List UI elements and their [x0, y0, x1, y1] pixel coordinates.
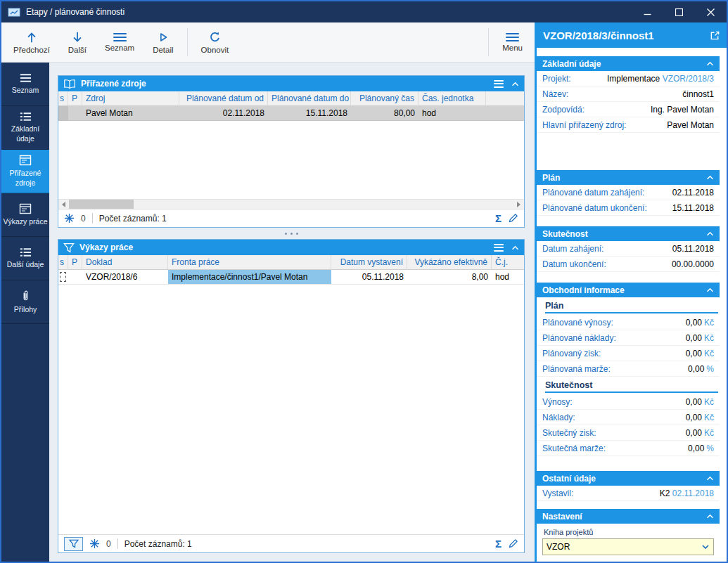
cell-p[interactable]: [68, 270, 82, 285]
detail-panel-title: VZOR/2018/3/činnost1: [543, 30, 710, 41]
column-header-cj[interactable]: Č.j.: [492, 255, 524, 270]
next-button[interactable]: Další: [59, 22, 96, 62]
panel-menu-icon[interactable]: [494, 80, 504, 88]
open-external-icon[interactable]: [710, 30, 720, 41]
collapse-chevron-icon[interactable]: [706, 287, 714, 292]
footer-divider: [117, 538, 118, 549]
detail-panel-content: Základní údaje Projekt: Implementace VZO…: [537, 48, 727, 562]
scroll-right-arrow[interactable]: [513, 200, 524, 209]
reports-table-row[interactable]: VZOR/2018/6 Implementace/činnost1/Pavel …: [58, 270, 524, 285]
detail-button[interactable]: Detail: [143, 22, 182, 62]
scroll-left-arrow[interactable]: [58, 200, 69, 209]
collapse-chevron-icon[interactable]: [706, 476, 714, 481]
refresh-button[interactable]: Obnovit: [192, 22, 238, 62]
play-outline-icon: [157, 31, 170, 44]
collapse-chevron-icon[interactable]: [706, 61, 714, 66]
section-header[interactable]: Nastavení: [537, 509, 720, 524]
section-header[interactable]: Ostatní údaje: [537, 471, 720, 486]
snowflake-icon[interactable]: [64, 213, 75, 224]
collapse-chevron-icon[interactable]: [706, 514, 714, 519]
sidebar-item-zakladni-udaje[interactable]: Základní údaje: [1, 106, 49, 150]
minimize-button[interactable]: [632, 1, 663, 22]
cell-vykazano-efektivne[interactable]: 8,00: [407, 270, 492, 285]
cell-cj[interactable]: hod: [492, 270, 524, 285]
cell-fronta-prace[interactable]: Implementace/činnost1/Pavel Motan: [168, 270, 331, 285]
subsection-skutecnost-title: Skutečnost: [545, 379, 718, 393]
list-button[interactable]: Seznam: [96, 22, 143, 62]
paperclip-icon: [21, 290, 30, 302]
collapse-chevron-icon[interactable]: [511, 82, 519, 86]
column-header-doklad[interactable]: Doklad: [82, 255, 168, 270]
left-column: Předchozí Další Seznam Detail Obnov: [1, 22, 535, 562]
column-header-vykazano-efektivne[interactable]: Vykázáno efektivně: [407, 255, 492, 270]
column-header-p[interactable]: P: [68, 91, 82, 106]
collapse-chevron-icon[interactable]: [706, 175, 714, 180]
maximize-button[interactable]: [663, 1, 695, 22]
list-icon: [20, 73, 32, 83]
panel-splitter-handle[interactable]: [58, 228, 525, 239]
snowflake-icon[interactable]: [89, 538, 100, 549]
window-title: Etapy / plánované činnosti: [26, 7, 124, 17]
pencil-icon[interactable]: [508, 538, 518, 549]
section-obchodni-informace: Obchodní informace Plán Plánované výnosy…: [537, 283, 720, 466]
section-header[interactable]: Obchodní informace: [537, 283, 720, 297]
dropdown-icon[interactable]: [701, 543, 710, 551]
window-content: Předchozí Další Seznam Detail Obnov: [1, 22, 727, 562]
app-icon: [8, 8, 20, 17]
cell-doklad[interactable]: VZOR/2018/6: [82, 270, 168, 285]
column-header-fronta-prace[interactable]: Fronta práce: [168, 255, 331, 270]
column-header-datum-od[interactable]: Plánované datum od: [179, 91, 268, 106]
cell-cas-jednotka[interactable]: hod: [419, 106, 486, 121]
kniha-projektu-combobox[interactable]: [542, 538, 714, 555]
column-header-s[interactable]: s: [58, 91, 68, 106]
arrow-down-icon: [70, 31, 84, 44]
menu-button[interactable]: Menu: [493, 22, 532, 62]
sidebar-item-vykazy-prace[interactable]: Výkazy práce: [1, 193, 49, 237]
cell-zdroj[interactable]: Pavel Motan: [82, 106, 179, 121]
row-selector-cell[interactable]: [58, 270, 68, 285]
nastaveni-body: Kniha projektů: [537, 524, 720, 561]
close-button[interactable]: [695, 1, 727, 22]
sidebar-item-prirazene-zdroje[interactable]: Přiřazené zdroje: [1, 150, 49, 193]
section-plan: Plán Plánované datum zahájení: 02.11.201…: [537, 170, 720, 221]
scrollbar-thumb[interactable]: [69, 200, 134, 209]
kniha-projektu-input[interactable]: [547, 542, 701, 552]
cell-datum-vystaveni[interactable]: 05.11.2018: [331, 270, 407, 285]
row-selector-cell[interactable]: [58, 106, 68, 121]
column-header-datum-do[interactable]: Plánované datum do: [268, 91, 351, 106]
collapse-chevron-icon[interactable]: [706, 231, 714, 236]
column-header-p[interactable]: P: [68, 255, 82, 270]
sidebar-item-seznam[interactable]: Seznam: [1, 63, 49, 106]
section-header[interactable]: Základní údaje: [537, 56, 720, 71]
column-header-planovany-cas[interactable]: Plánovaný čas: [351, 91, 419, 106]
column-header-cas-jednotka[interactable]: Čas. jednotka: [419, 91, 486, 106]
column-header-datum-vystaveni[interactable]: Datum vystavení: [331, 255, 407, 270]
cell-p[interactable]: [68, 106, 82, 121]
sum-icon[interactable]: Σ: [495, 213, 502, 224]
section-nastaveni: Nastavení Kniha projektů: [537, 509, 720, 561]
cell-planovany-cas[interactable]: 80,00: [351, 106, 419, 121]
field-planovane-vynosy: Plánované výnosy: 0,00Kč: [537, 315, 720, 330]
cell-datum-od[interactable]: 02.11.2018: [179, 106, 268, 121]
row-focus-marker: [60, 272, 66, 282]
resources-table-row[interactable]: Pavel Motan 02.11.2018 15.11.2018 80,00 …: [58, 106, 524, 121]
cell-datum-do[interactable]: 15.11.2018: [268, 106, 351, 121]
previous-button[interactable]: Předchozí: [4, 22, 59, 62]
pencil-icon[interactable]: [508, 213, 518, 224]
issued-date-link[interactable]: 02.11.2018: [672, 488, 714, 498]
sidebar-item-prilohy[interactable]: Přílohy: [1, 280, 49, 324]
panel-menu-icon[interactable]: [494, 244, 504, 252]
section-header[interactable]: Skutečnost: [537, 226, 720, 241]
column-header-s[interactable]: s: [58, 255, 68, 270]
arrow-up-icon: [25, 31, 39, 44]
project-link[interactable]: VZOR/2018/3: [663, 74, 714, 84]
column-header-zdroj[interactable]: Zdroj: [82, 91, 179, 106]
sum-icon[interactable]: Σ: [495, 538, 502, 549]
toolbar-spacer: [238, 22, 484, 62]
resources-table-header: s P Zdroj Plánované datum od Plánované d…: [58, 91, 524, 106]
section-header[interactable]: Plán: [537, 170, 720, 185]
sidebar-item-dalsi-udaje[interactable]: Další údaje: [1, 237, 49, 280]
collapse-chevron-icon[interactable]: [511, 245, 519, 250]
filter-toggle-button[interactable]: [64, 537, 83, 551]
kniha-projektu-label: Kniha projektů: [544, 528, 714, 536]
